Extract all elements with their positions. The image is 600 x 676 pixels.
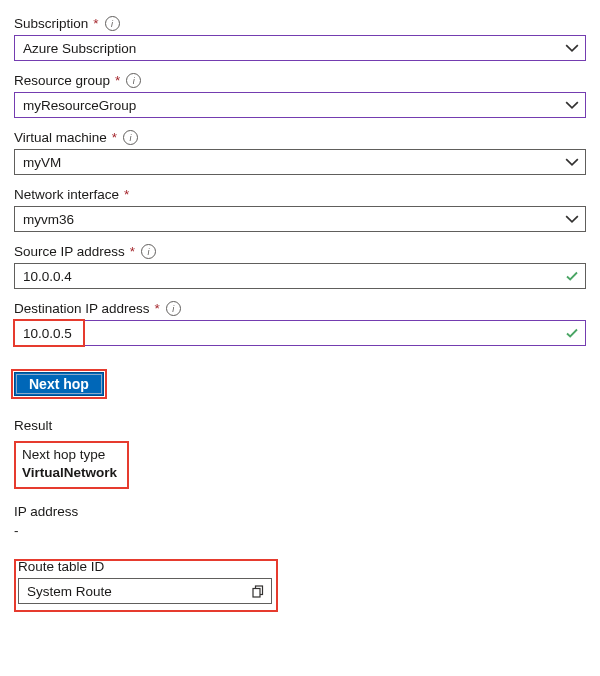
vm-label: Virtual machine (14, 130, 107, 145)
check-icon (565, 269, 579, 283)
copy-icon[interactable] (251, 584, 265, 598)
info-icon[interactable]: i (123, 130, 138, 145)
resource-group-label-row: Resource group * i (14, 73, 586, 88)
nic-label: Network interface (14, 187, 119, 202)
required-indicator: * (111, 130, 117, 145)
chevron-down-icon (565, 41, 579, 55)
dst-ip-label: Destination IP address (14, 301, 150, 316)
info-icon[interactable]: i (105, 16, 120, 31)
src-ip-value: 10.0.0.4 (23, 269, 72, 284)
next-hop-type-box: Next hop type VirtualNetwork (14, 441, 129, 489)
next-hop-button[interactable]: Next hop (14, 372, 104, 396)
chevron-down-icon (565, 98, 579, 112)
nic-dropdown[interactable]: myvm36 (14, 206, 586, 232)
src-ip-label: Source IP address (14, 244, 125, 259)
required-indicator: * (92, 16, 98, 31)
required-indicator: * (123, 187, 129, 202)
required-indicator: * (129, 244, 135, 259)
chevron-down-icon (565, 212, 579, 226)
route-table-label: Route table ID (18, 559, 272, 574)
info-icon[interactable]: i (126, 73, 141, 88)
subscription-value: Azure Subscription (23, 41, 136, 56)
nic-value: myvm36 (23, 212, 74, 227)
required-indicator: * (154, 301, 160, 316)
route-table-field[interactable]: System Route (18, 578, 272, 604)
subscription-dropdown[interactable]: Azure Subscription (14, 35, 586, 61)
route-table-value: System Route (27, 584, 112, 599)
next-hop-type-value: VirtualNetwork (22, 464, 117, 482)
resource-group-label: Resource group (14, 73, 110, 88)
src-ip-input[interactable]: 10.0.0.4 (14, 263, 586, 289)
check-icon (565, 326, 579, 340)
resource-group-value: myResourceGroup (23, 98, 136, 113)
result-ip-value: - (14, 522, 586, 541)
svg-rect-1 (253, 589, 260, 598)
chevron-down-icon (565, 155, 579, 169)
vm-label-row: Virtual machine * i (14, 130, 586, 145)
dst-ip-value: 10.0.0.5 (23, 326, 72, 341)
result-ip-label: IP address (14, 503, 586, 522)
subscription-label-row: Subscription * i (14, 16, 586, 31)
required-indicator: * (114, 73, 120, 88)
info-icon[interactable]: i (141, 244, 156, 259)
info-icon[interactable]: i (166, 301, 181, 316)
src-ip-label-row: Source IP address * i (14, 244, 586, 259)
dst-ip-input[interactable]: 10.0.0.5 (14, 320, 586, 346)
resource-group-dropdown[interactable]: myResourceGroup (14, 92, 586, 118)
vm-dropdown[interactable]: myVM (14, 149, 586, 175)
result-heading: Result (14, 418, 586, 433)
next-hop-type-label: Next hop type (22, 446, 117, 464)
subscription-label: Subscription (14, 16, 88, 31)
dst-ip-label-row: Destination IP address * i (14, 301, 586, 316)
nic-label-row: Network interface * (14, 187, 586, 202)
vm-value: myVM (23, 155, 61, 170)
